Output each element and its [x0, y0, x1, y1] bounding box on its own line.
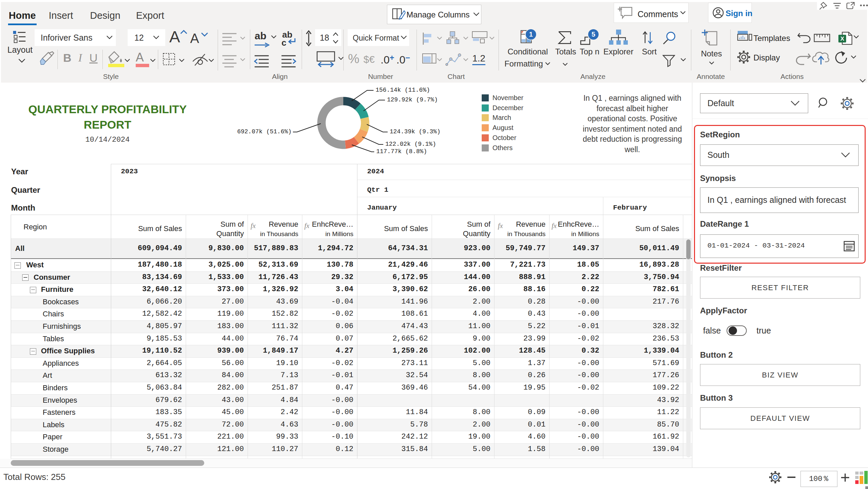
svg-text:X: X [840, 35, 844, 42]
